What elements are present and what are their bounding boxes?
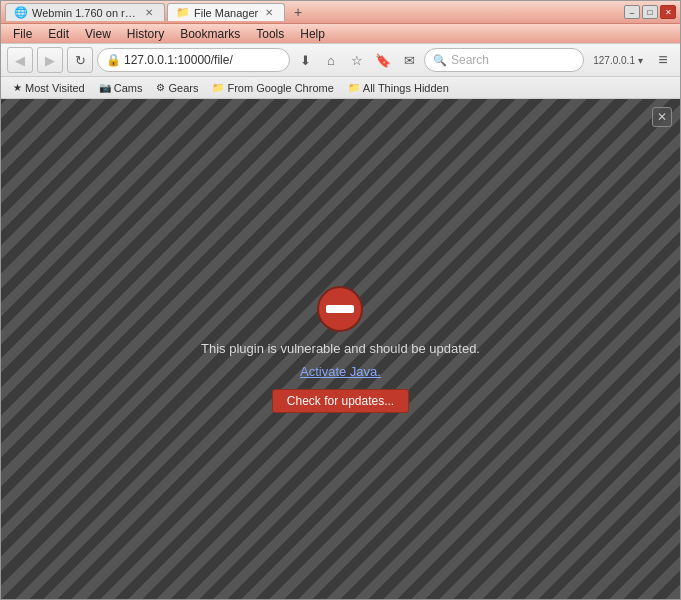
activate-java-link[interactable]: Activate Java. [300, 364, 381, 379]
tab-filemanager[interactable]: 📁 File Manager ✕ [167, 3, 285, 21]
menu-view[interactable]: View [77, 25, 119, 43]
window-controls: – □ ✕ [624, 5, 676, 19]
menubar: File Edit View History Bookmarks Tools H… [1, 23, 680, 43]
bookmark-cams-label: Cams [114, 82, 143, 94]
home-button[interactable]: ⌂ [320, 49, 342, 71]
bookmark-button[interactable]: 🔖 [372, 49, 394, 71]
maximize-button[interactable]: □ [642, 5, 658, 19]
tab-webmin-favicon: 🌐 [14, 6, 28, 20]
menu-file[interactable]: File [5, 25, 40, 43]
search-icon: 🔍 [433, 54, 447, 67]
bookmark-from-google-chrome[interactable]: 📁 From Google Chrome [206, 80, 339, 96]
titlebar-left: 🌐 Webmin 1.760 on raspberr... ✕ 📁 File M… [5, 3, 624, 21]
plugin-content: This plugin is vulnerable and should be … [201, 285, 480, 413]
send-button[interactable]: ✉ [398, 49, 420, 71]
titlebar: 🌐 Webmin 1.760 on raspberr... ✕ 📁 File M… [1, 1, 680, 23]
tab-webmin[interactable]: 🌐 Webmin 1.760 on raspberr... ✕ [5, 3, 165, 21]
search-placeholder: Search [451, 53, 489, 67]
menu-history[interactable]: History [119, 25, 172, 43]
new-tab-button[interactable]: + [287, 3, 309, 21]
profile-button[interactable]: 127.0.0.1 ▾ [588, 49, 648, 71]
blocked-plugin-icon [316, 285, 364, 333]
check-updates-button[interactable]: Check for updates... [272, 389, 409, 413]
menu-help[interactable]: Help [292, 25, 333, 43]
back-button[interactable]: ◀ [7, 47, 33, 73]
most-visited-icon: ★ [13, 82, 22, 93]
bookmark-most-visited[interactable]: ★ Most Visited [7, 80, 91, 96]
bookmark-gears-label: Gears [168, 82, 198, 94]
search-bar[interactable]: 🔍 Search [424, 48, 584, 72]
url-favicon: 🔒 [106, 53, 120, 67]
tab-webmin-title: Webmin 1.760 on raspberr... [32, 7, 138, 19]
tab-filemanager-title: File Manager [194, 7, 258, 19]
bookmark-gears[interactable]: ⚙ Gears [150, 80, 204, 96]
browser-window: 🌐 Webmin 1.760 on raspberr... ✕ 📁 File M… [0, 0, 681, 600]
menu-bookmarks[interactable]: Bookmarks [172, 25, 248, 43]
tab-webmin-close[interactable]: ✕ [142, 6, 156, 20]
url-bar[interactable]: 🔒 127.0.0.1:10000/file/ [97, 48, 290, 72]
menu-edit[interactable]: Edit [40, 25, 77, 43]
bookmark-most-visited-label: Most Visited [25, 82, 85, 94]
menu-tools[interactable]: Tools [248, 25, 292, 43]
forward-button[interactable]: ▶ [37, 47, 63, 73]
from-google-chrome-icon: 📁 [212, 82, 224, 93]
tab-filemanager-favicon: 📁 [176, 6, 190, 20]
close-button[interactable]: ✕ [660, 5, 676, 19]
download-button[interactable]: ⬇ [294, 49, 316, 71]
svg-rect-1 [326, 305, 354, 313]
all-things-hidden-icon: 📁 [348, 82, 360, 93]
bookmark-all-things-hidden[interactable]: 📁 All Things Hidden [342, 80, 455, 96]
bookmark-star-button[interactable]: ☆ [346, 49, 368, 71]
bookmark-cams[interactable]: 📷 Cams [93, 80, 149, 96]
bookmark-all-things-hidden-label: All Things Hidden [363, 82, 449, 94]
navbar: ◀ ▶ ↻ 🔒 127.0.0.1:10000/file/ ⬇ ⌂ ☆ 🔖 ✉ … [1, 43, 680, 77]
reload-button[interactable]: ↻ [67, 47, 93, 73]
menu-button[interactable]: ≡ [652, 49, 674, 71]
plugin-blocked-overlay: This plugin is vulnerable and should be … [1, 99, 680, 599]
plugin-message: This plugin is vulnerable and should be … [201, 341, 480, 356]
bookmark-from-google-chrome-label: From Google Chrome [227, 82, 333, 94]
tab-filemanager-close[interactable]: ✕ [262, 6, 276, 20]
gears-icon: ⚙ [156, 82, 165, 93]
tab-bar: 🌐 Webmin 1.760 on raspberr... ✕ 📁 File M… [5, 3, 624, 21]
url-text: 127.0.0.1:10000/file/ [124, 53, 281, 67]
bookmarks-bar: ★ Most Visited 📷 Cams ⚙ Gears 📁 From Goo… [1, 77, 680, 99]
cams-icon: 📷 [99, 82, 111, 93]
content-area: ✕ This plugin is vulnerable and should b… [1, 99, 680, 599]
minimize-button[interactable]: – [624, 5, 640, 19]
